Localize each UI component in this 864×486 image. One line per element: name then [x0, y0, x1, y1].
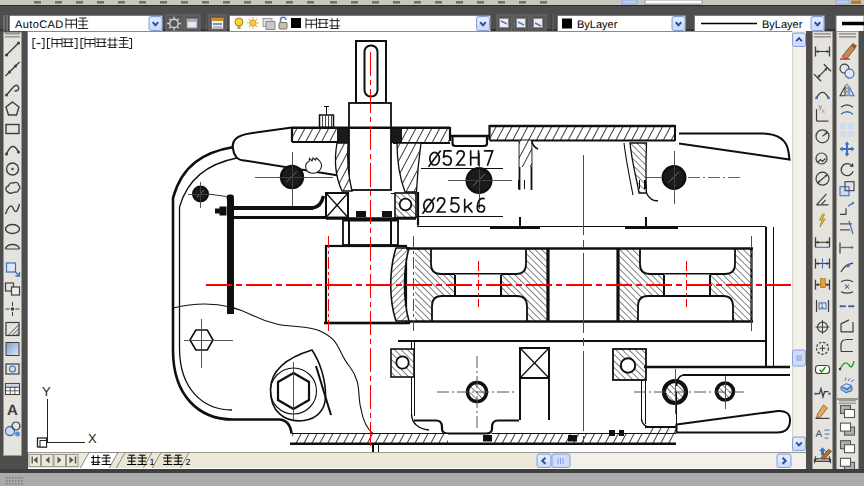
svg-text:2: 2 [185, 457, 190, 467]
svg-text:ByLayer: ByLayer [762, 19, 803, 31]
svg-text:ByLayer: ByLayer [577, 19, 618, 31]
svg-text:Y: Y [42, 384, 51, 399]
svg-text:A: A [7, 402, 18, 419]
svg-text:y: y [819, 104, 823, 111]
svg-text:X: X [88, 431, 97, 446]
svg-text:1: 1 [820, 303, 824, 310]
svg-text:x: x [822, 108, 826, 115]
svg-text:AutoCAD: AutoCAD [15, 19, 64, 31]
svg-text:A: A [816, 429, 823, 440]
